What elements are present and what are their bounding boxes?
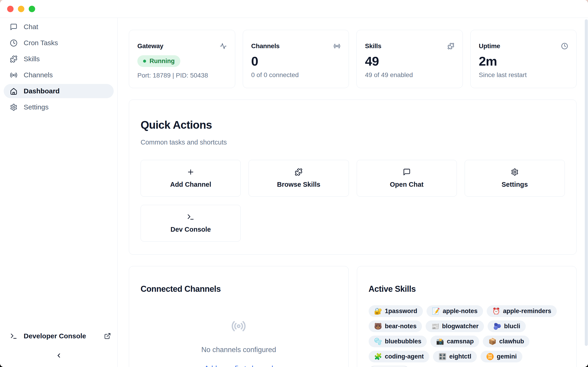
stat-detail: Since last restart	[479, 71, 568, 79]
stat-title: Channels	[251, 42, 280, 50]
stat-value: 2m	[479, 55, 568, 68]
qa-button-label: Dev Console	[170, 226, 211, 233]
skill-name: 1password	[385, 308, 417, 315]
skill-emoji-icon: 📰	[431, 323, 439, 330]
open-chat-button[interactable]: Open Chat	[357, 160, 457, 197]
sidebar-item-label: Cron Tasks	[24, 39, 58, 47]
skill-badges: 🔐1password 📝apple-notes ⏰apple-reminders…	[369, 305, 565, 367]
puzzle-icon	[295, 168, 303, 176]
skill-badge: ⏰apple-reminders	[487, 305, 557, 317]
puzzle-icon	[447, 43, 454, 50]
close-button[interactable]	[7, 6, 14, 12]
stat-value: 49	[365, 55, 454, 68]
skill-badge: 🧩coding-agent	[369, 351, 429, 362]
skill-emoji-icon: 🧩	[374, 353, 382, 360]
add-first-channel-link[interactable]: Add your first channel	[141, 365, 337, 367]
stat-title: Skills	[365, 42, 381, 50]
status-dot-icon	[143, 60, 146, 63]
gear-icon	[10, 103, 17, 111]
zoom-button[interactable]	[29, 6, 35, 12]
sidebar-item-dashboard[interactable]: Dashboard	[4, 84, 114, 98]
chat-bubble-icon	[403, 168, 411, 176]
external-link-icon[interactable]	[104, 333, 111, 340]
browse-skills-button[interactable]: Browse Skills	[249, 160, 349, 197]
skill-badge: 📰blogwatcher	[426, 320, 484, 332]
titlebar	[0, 0, 588, 18]
status-badge: Running	[137, 55, 180, 67]
skill-emoji-icon: ♊	[486, 353, 494, 360]
skill-emoji-icon: 📸	[436, 338, 444, 345]
sidebar-item-label: Skills	[24, 55, 40, 63]
skill-name: camsnap	[447, 338, 474, 345]
terminal-icon	[10, 332, 17, 340]
add-channel-button[interactable]: Add Channel	[141, 160, 241, 197]
developer-console-link[interactable]: Developer Console	[10, 332, 111, 340]
activity-icon	[220, 43, 227, 50]
sidebar-item-cron-tasks[interactable]: Cron Tasks	[4, 36, 114, 50]
active-skills-section: Active Skills 🔐1password 📝apple-notes ⏰a…	[357, 266, 577, 367]
skill-emoji-icon: 📦	[488, 338, 496, 345]
channels-empty-state: No channels configured Add your first ch…	[141, 319, 337, 367]
stat-title: Gateway	[137, 42, 163, 50]
empty-state-text: No channels configured	[141, 346, 337, 354]
scrollbar-thumb[interactable]	[585, 19, 588, 346]
sidebar-item-chat[interactable]: Chat	[4, 20, 114, 34]
sidebar-item-settings[interactable]: Settings	[4, 100, 114, 114]
more-skills-badge[interactable]: +37 more	[369, 366, 410, 367]
plus-icon	[187, 168, 195, 176]
skill-badge: 📝apple-notes	[426, 305, 483, 317]
skill-emoji-icon: 📝	[432, 307, 440, 315]
skill-name: blucli	[504, 323, 520, 330]
terminal-icon	[187, 213, 195, 221]
radio-icon	[10, 71, 17, 79]
app-window: Chat Cron Tasks Skills Channels Dashboar…	[0, 0, 588, 367]
skill-name: apple-notes	[443, 308, 477, 315]
chevron-left-icon	[55, 352, 62, 359]
skill-name: coding-agent	[385, 353, 424, 360]
stat-card-skills: Skills 49 49 of 49 enabled	[356, 30, 463, 88]
minimize-button[interactable]	[18, 6, 24, 12]
qa-button-label: Open Chat	[390, 181, 424, 188]
active-skills-title: Active Skills	[369, 284, 565, 294]
skill-badge: 🫐blucli	[488, 320, 526, 332]
radio-icon	[231, 319, 246, 334]
stats-row: Gateway Running Port: 18789 | PID: 50438…	[129, 30, 577, 88]
quick-actions-title: Quick Actions	[141, 119, 565, 131]
sidebar-item-label: Chat	[24, 23, 38, 31]
skill-name: bluebubbles	[385, 338, 421, 345]
quick-actions-grid: Add Channel Browse Skills Open Chat Sett…	[141, 160, 565, 242]
gear-icon	[511, 168, 519, 176]
skill-badge: 🔐1password	[369, 305, 423, 317]
settings-button[interactable]: Settings	[465, 160, 565, 197]
stat-detail: 0 of 0 connected	[251, 71, 341, 79]
skill-badge: 📦clawhub	[483, 336, 529, 347]
sidebar-item-channels[interactable]: Channels	[4, 68, 114, 82]
stat-card-uptime: Uptime 2m Since last restart	[470, 30, 577, 88]
skill-name: blogwatcher	[442, 323, 478, 330]
stat-detail: Port: 18789 | PID: 50438	[137, 72, 227, 79]
sidebar-item-skills[interactable]: Skills	[4, 52, 114, 66]
chat-bubble-icon	[10, 23, 17, 31]
skill-name: clawhub	[499, 338, 524, 345]
quick-actions-subtitle: Common tasks and shortcuts	[141, 139, 565, 146]
dev-console-button[interactable]: Dev Console	[141, 205, 241, 242]
skill-emoji-icon: 🎛️	[439, 353, 447, 360]
developer-console-label: Developer Console	[24, 332, 86, 340]
radio-icon	[334, 43, 340, 50]
qa-button-label: Browse Skills	[277, 181, 320, 188]
skill-emoji-icon: 🫐	[493, 323, 501, 330]
skill-name: apple-reminders	[503, 308, 551, 315]
sidebar-collapse-button[interactable]	[54, 350, 64, 361]
sidebar-item-label: Settings	[24, 103, 48, 111]
connected-channels-section: Connected Channels No channels configure…	[129, 266, 349, 367]
bottom-row: Connected Channels No channels configure…	[129, 266, 577, 367]
skill-emoji-icon: 🫧	[374, 338, 382, 345]
clock-icon	[10, 39, 17, 47]
sidebar-item-label: Dashboard	[24, 87, 60, 95]
skill-badge: 🫧bluebubbles	[369, 336, 427, 347]
qa-button-label: Add Channel	[170, 181, 211, 188]
main-content: Gateway Running Port: 18789 | PID: 50438…	[118, 18, 588, 367]
connected-channels-title: Connected Channels	[141, 284, 337, 294]
skill-emoji-icon: ⏰	[492, 307, 500, 315]
skill-name: bear-notes	[385, 323, 416, 330]
